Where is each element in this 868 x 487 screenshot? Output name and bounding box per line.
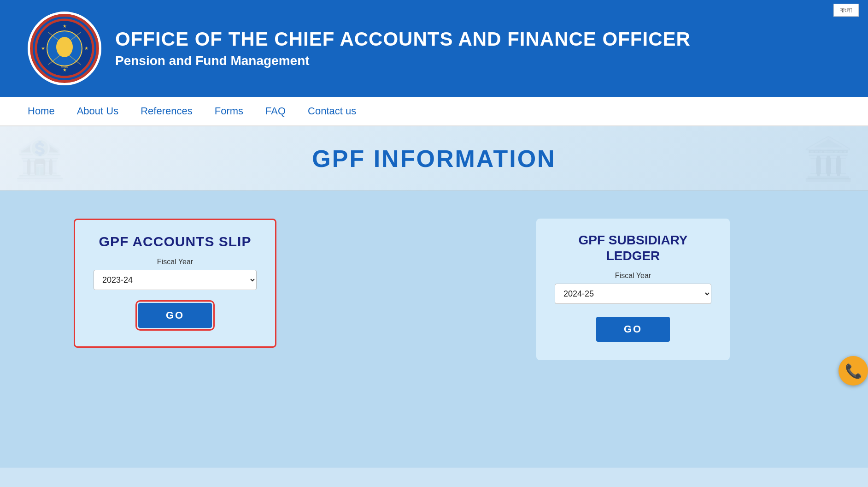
- phone-fab-button[interactable]: 📞: [839, 356, 868, 386]
- gpf-ledger-card: GPF SUBSIDIARY LEDGER Fiscal Year 2024-2…: [536, 219, 730, 360]
- gpf-slip-go-wrapper: GO: [94, 303, 257, 328]
- header-text-block: OFFICE OF THE CHIEF ACCOUNTS AND FINANCE…: [115, 29, 691, 68]
- gpf-ledger-go-button[interactable]: GO: [596, 317, 670, 342]
- svg-text:সরকার: সরকার: [61, 65, 68, 69]
- banner-title: GPF INFORMATION: [312, 145, 556, 172]
- logo-emblem: ★ ★ ★ ★ সরকার: [30, 14, 99, 83]
- main-nav: Home About Us References Forms FAQ Conta…: [0, 97, 868, 126]
- svg-text:★: ★: [41, 46, 45, 51]
- main-content: GPF ACCOUNTS SLIP Fiscal Year 2023-24 20…: [0, 191, 868, 468]
- logo: ★ ★ ★ ★ সরকার: [28, 12, 101, 85]
- page-banner: 🏦 🏛️ GPF INFORMATION: [0, 126, 868, 191]
- header-subtitle: Pension and Fund Management: [115, 53, 691, 68]
- nav-forms[interactable]: Forms: [215, 101, 243, 121]
- banner-deco-left: 🏦: [14, 134, 65, 183]
- nav-contact-us[interactable]: Contact us: [308, 101, 356, 121]
- gpf-ledger-title: GPF SUBSIDIARY LEDGER: [555, 232, 711, 263]
- gpf-accounts-slip-card: GPF ACCOUNTS SLIP Fiscal Year 2023-24 20…: [74, 219, 276, 348]
- nav-faq[interactable]: FAQ: [265, 101, 286, 121]
- site-header: ★ ★ ★ ★ সরকার OFFICE OF THE CHIEF ACCOUN…: [0, 0, 868, 97]
- gpf-slip-title: GPF ACCOUNTS SLIP: [94, 234, 257, 249]
- header-title: OFFICE OF THE CHIEF ACCOUNTS AND FINANCE…: [115, 29, 691, 50]
- svg-text:★: ★: [63, 24, 67, 29]
- svg-text:★: ★: [84, 46, 88, 51]
- nav-about-us[interactable]: About Us: [77, 101, 119, 121]
- language-button[interactable]: বাংলা: [833, 4, 859, 17]
- emblem-svg: ★ ★ ★ ★ সরকার: [35, 18, 94, 78]
- gpf-slip-go-button[interactable]: GO: [138, 303, 212, 328]
- gpf-ledger-fiscal-year-label: Fiscal Year: [555, 272, 711, 280]
- nav-home[interactable]: Home: [28, 101, 55, 121]
- gpf-slip-year-select[interactable]: 2023-24 2022-23 2021-22 2020-21 2019-20: [94, 270, 257, 290]
- nav-references[interactable]: References: [141, 101, 193, 121]
- gpf-slip-fiscal-year-label: Fiscal Year: [94, 258, 257, 266]
- phone-icon: 📞: [845, 363, 862, 379]
- gpf-ledger-go-wrapper: GO: [555, 317, 711, 342]
- gpf-ledger-year-select[interactable]: 2024-25 2023-24 2022-23 2021-22 2020-21: [555, 284, 711, 304]
- svg-point-2: [56, 37, 73, 57]
- banner-deco-right: 🏛️: [803, 134, 854, 183]
